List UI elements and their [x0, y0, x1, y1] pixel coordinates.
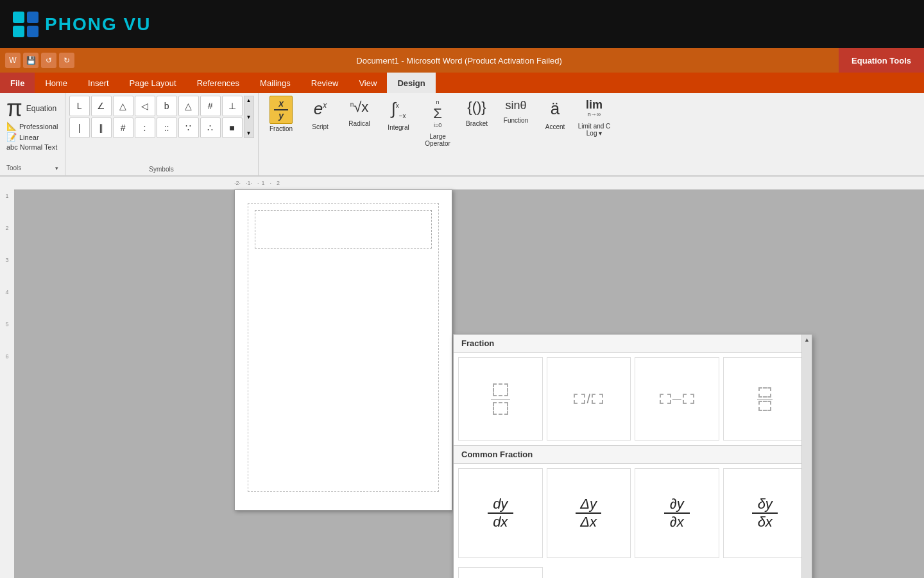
menu-review[interactable]: Review: [301, 73, 349, 93]
symbol-b[interactable]: b: [157, 96, 177, 116]
symbol-bar[interactable]: |: [69, 118, 90, 138]
document-title: Document1 - Microsoft Word (Product Acti…: [80, 48, 839, 73]
normal-text-option[interactable]: abc Normal Text: [6, 143, 58, 151]
radical-icon: n√x: [350, 99, 369, 115]
symbol-grid[interactable]: #: [113, 118, 133, 138]
ribbon: π Equation 📐 Professional 📝 Linear abc N…: [0, 93, 924, 177]
menu-view[interactable]: View: [348, 73, 387, 93]
logo-bar: PHONG VU: [0, 0, 924, 48]
fraction-icon-area[interactable]: x y: [270, 96, 293, 124]
struct-bracket[interactable]: {()} Bracket: [459, 96, 495, 127]
quick-access-toolbar: W 💾 ↺ ↻: [0, 48, 80, 73]
linear-icon: 📝: [6, 132, 17, 142]
frac-h-num: [660, 394, 671, 404]
document-content: [248, 203, 439, 492]
symbol-colon[interactable]: :: [135, 118, 155, 138]
symbol-triangle[interactable]: △: [113, 96, 133, 116]
menu-home[interactable]: Home: [35, 73, 78, 93]
radical-label: Radical: [348, 120, 370, 127]
menu-insert[interactable]: Insert: [78, 73, 119, 93]
dropdown-scrollbar[interactable]: ▲: [801, 335, 812, 578]
menu-file[interactable]: File: [0, 73, 35, 93]
fraction-horizontal-cell[interactable]: —: [635, 357, 719, 441]
struct-function[interactable]: sinθ Function: [499, 96, 534, 124]
menu-design[interactable]: Design: [387, 73, 435, 93]
delta-yx-content: Δy Δx: [576, 497, 601, 529]
symbol-tri2[interactable]: ◁: [135, 96, 155, 116]
pi-icon: π: [6, 97, 22, 120]
symbol-hash[interactable]: #: [200, 96, 221, 116]
common-frac-delta-y-x[interactable]: Δy Δx: [547, 468, 631, 558]
frac-slash-num: [574, 394, 585, 404]
professional-option[interactable]: 📐 Professional: [6, 121, 58, 131]
small-delta-yx-content: δy δx: [752, 497, 778, 529]
function-icon: sinθ: [506, 99, 527, 112]
function-label: Function: [504, 117, 528, 124]
symbols-scrollbar[interactable]: ▲ ▼ ▼: [244, 96, 254, 138]
symbol-dbar[interactable]: ∥: [91, 118, 112, 138]
struct-fraction[interactable]: x y Fraction: [264, 96, 299, 132]
radical-icon-area[interactable]: n√x: [346, 96, 373, 119]
common-frac-pi-2[interactable]: π 2: [458, 567, 543, 578]
symbol-tri3[interactable]: △: [178, 96, 199, 116]
struct-integral[interactable]: ∫x−x Integral: [381, 96, 416, 131]
equation-label: Equation: [26, 104, 56, 113]
struct-accent[interactable]: ä Accent: [538, 96, 573, 130]
equation-tools-tab[interactable]: Equation Tools: [839, 48, 924, 73]
equation-box[interactable]: [255, 210, 432, 249]
scroll-up-arrow[interactable]: ▲: [802, 335, 812, 345]
small-delta-x-bottom: δx: [758, 515, 773, 529]
limit-log-icon-area[interactable]: lim n→∞: [581, 96, 607, 121]
redo-button[interactable]: ↻: [59, 53, 74, 68]
common-frac-dy-dx[interactable]: dy dx: [458, 468, 543, 558]
document-area: ·2· ·1· · 1 · 2 1 2 3 4 5 6 Fraction: [0, 177, 924, 578]
save-button[interactable]: 💾: [23, 53, 38, 68]
equation-button[interactable]: π Equation: [6, 97, 58, 120]
function-icon-area[interactable]: sinθ: [501, 96, 531, 116]
symbol-because[interactable]: ∵: [178, 118, 199, 138]
fraction-small-stacked-cell[interactable]: [723, 357, 808, 441]
linear-label: Linear: [19, 134, 39, 141]
frac-slash-den: [592, 394, 603, 404]
symbol-perp[interactable]: ⊥: [222, 96, 243, 116]
dy-top: dy: [493, 497, 508, 511]
struct-radical[interactable]: n√x Radical: [342, 96, 377, 127]
symbol-angle[interactable]: ∠: [91, 96, 112, 116]
horizontal-ruler: ·2· ·1· · 1 · 2: [0, 177, 924, 189]
script-icon-area[interactable]: ex: [309, 96, 331, 122]
symbol-therefore[interactable]: ∴: [200, 118, 221, 138]
common-frac-small-delta-y-x[interactable]: δy δx: [723, 468, 808, 558]
delta-y-top: Δy: [580, 497, 597, 511]
large-operator-icon-area[interactable]: n Σ i=0: [429, 96, 447, 132]
structures-section: x y Fraction ex Script n√x Radical ∫x−: [259, 93, 924, 175]
symbol-L[interactable]: L: [69, 96, 90, 116]
fraction-panel-header: Fraction: [454, 335, 812, 353]
dot-3: [13, 26, 24, 37]
common-frac-partial-y-x[interactable]: ∂y ∂x: [635, 468, 719, 558]
undo-button[interactable]: ↺: [41, 53, 56, 68]
word-icon[interactable]: W: [5, 53, 21, 68]
bracket-icon-area[interactable]: {()}: [463, 96, 490, 119]
symbol-square[interactable]: ■: [222, 118, 243, 138]
accent-icon-area[interactable]: ä: [546, 96, 564, 122]
pi-fraction-grid: π 2: [454, 563, 812, 578]
linear-option[interactable]: 📝 Linear: [6, 132, 58, 142]
common-fractions-grid: dy dx Δy Δx ∂y ∂x: [454, 464, 812, 563]
struct-script[interactable]: ex Script: [303, 96, 338, 130]
fraction-stacked-icon: [491, 383, 510, 415]
frac-small-den: [758, 401, 771, 411]
symbol-dcolon[interactable]: ::: [157, 118, 177, 138]
fraction-slash-cell[interactable]: /: [547, 357, 631, 441]
integral-icon-area[interactable]: ∫x−x: [387, 96, 411, 123]
struct-large-operator[interactable]: n Σ i=0 LargeOperator: [420, 96, 456, 147]
menu-page-layout[interactable]: Page Layout: [119, 73, 187, 93]
menu-mailings[interactable]: Mailings: [250, 73, 301, 93]
tools-section: π Equation 📐 Professional 📝 Linear abc N…: [0, 93, 65, 175]
tools-expand-icon[interactable]: ▾: [55, 165, 58, 171]
menu-references[interactable]: References: [187, 73, 250, 93]
struct-limit-log[interactable]: lim n→∞ Limit and CLog ▾: [577, 96, 612, 137]
vertical-ruler: 1 2 3 4 5 6: [0, 189, 14, 578]
accent-label: Accent: [545, 123, 565, 130]
fraction-stacked-cell[interactable]: [458, 357, 543, 441]
fraction-slash-icon: /: [574, 392, 603, 407]
